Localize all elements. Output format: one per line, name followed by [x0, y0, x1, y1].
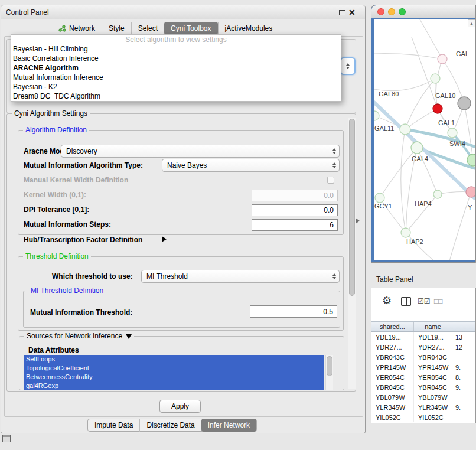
node-green-top[interactable]	[431, 74, 440, 83]
list-item[interactable]: gal4RGexp	[24, 381, 324, 390]
expand-right-icon[interactable]	[162, 236, 167, 242]
table-cell[interactable]	[452, 412, 475, 422]
network-edge[interactable]	[420, 19, 442, 59]
mi-steps-field[interactable]: 6	[252, 219, 338, 231]
node-swi4[interactable]	[467, 154, 475, 166]
minimize-traffic-light[interactable]	[388, 8, 395, 15]
aracne-mode-combo[interactable]: Discovery	[61, 145, 340, 158]
node-left[interactable]	[374, 111, 379, 120]
network-window-titlebar[interactable]	[371, 5, 475, 18]
show-columns-icon[interactable]	[401, 297, 411, 306]
network-edge[interactable]	[401, 129, 406, 233]
table-cell[interactable]: YBR045C	[414, 382, 452, 392]
table-cell[interactable]: 9.	[452, 402, 475, 412]
close-icon[interactable]: ✕	[348, 7, 356, 18]
select-all-columns-icon[interactable]: ☑☑	[418, 297, 431, 305]
apply-button[interactable]: Apply	[159, 400, 201, 413]
gear-icon[interactable]: ⚙	[382, 295, 392, 306]
manual-kernel-checkbox[interactable]	[327, 177, 334, 184]
table-row[interactable]: YIL052CYIL052C	[371, 412, 475, 422]
node-hap2[interactable]	[401, 228, 410, 237]
algorithm-item[interactable]: Basic Correlation Inference	[11, 54, 341, 63]
list-item[interactable]: BetweennessCentrality	[24, 373, 324, 381]
network-edge[interactable]	[374, 54, 442, 59]
network-canvas[interactable]: GALGAL80GAL10GAL11GAL1SWI4GAL4GCY1HAP4HA…	[374, 19, 475, 260]
table-cell[interactable]: YPR145W	[414, 362, 452, 372]
node-pink-top[interactable]	[438, 54, 447, 64]
tab-select[interactable]: Select	[131, 22, 164, 35]
tab-jactivemodules[interactable]: jActiveModules	[218, 22, 279, 35]
settings-scrollbar[interactable]	[348, 118, 356, 389]
table-row[interactable]: YDL19...YDL19...13	[371, 332, 475, 342]
table-row[interactable]: YER054CYER054C8.	[371, 372, 475, 382]
algorithm-item-selected[interactable]: ARACNE Algorithm	[11, 63, 341, 73]
node-gal10[interactable]	[433, 104, 442, 113]
deselect-all-columns-icon[interactable]: □□	[434, 297, 443, 305]
list-scrollbar[interactable]	[325, 355, 333, 390]
algorithm-item[interactable]: Dream8 DC_TDC Algorithm	[11, 92, 341, 101]
table-row[interactable]: YLR345WYLR345W9.	[371, 402, 475, 412]
algorithm-item[interactable]: Mutual Information Inference	[11, 73, 341, 82]
splitter-collapse-arrow[interactable]	[356, 218, 360, 224]
tab-cyni-toolbox[interactable]: Cyni Toolbox	[164, 22, 217, 35]
algorithm-item[interactable]: Bayesian - Hill Climbing	[11, 44, 341, 54]
table-cell[interactable]: YDR27...	[371, 342, 414, 352]
column-header[interactable]: shared...	[371, 322, 414, 331]
tab-style[interactable]: Style	[102, 22, 131, 35]
scrollbar-thumb[interactable]	[327, 356, 332, 376]
dpi-tolerance-field[interactable]: 0.0	[252, 204, 338, 216]
network-canvas-svg[interactable]: GALGAL80GAL10GAL11GAL1SWI4GAL4GCY1HAP4HA…	[374, 19, 475, 260]
table-cell[interactable]: YDL19...	[371, 332, 414, 342]
node-hap4[interactable]	[433, 190, 442, 198]
table-row[interactable]: YBR043CYBR043C	[371, 352, 475, 362]
table-cell[interactable]: YBL079W	[371, 392, 414, 402]
tab-network[interactable]: Network	[52, 22, 102, 35]
column-header[interactable]	[452, 322, 475, 331]
algorithm-combo-arrow-button[interactable]	[340, 57, 356, 75]
list-item[interactable]: TopologicalCoefficient	[24, 364, 324, 373]
node-gal11[interactable]	[400, 124, 410, 135]
table-cell[interactable]: YBL079W	[414, 392, 452, 402]
table-row[interactable]: YDR27...YDR27...12	[371, 342, 475, 352]
scrollbar-thumb[interactable]	[349, 119, 355, 296]
table-cell[interactable]: 13	[452, 332, 475, 342]
table-cell[interactable]	[452, 352, 475, 362]
table-cell[interactable]: YIL052C	[414, 412, 452, 422]
close-traffic-light[interactable]	[377, 8, 384, 15]
table-cell[interactable]: YLR345W	[414, 402, 452, 412]
table-row[interactable]: YPR145WYPR145W9.	[371, 362, 475, 372]
network-edge[interactable]	[374, 79, 435, 91]
network-edge[interactable]	[406, 233, 434, 260]
mi-threshold-field[interactable]: 0.5	[250, 305, 337, 318]
table-cell[interactable]: 8.	[452, 372, 475, 382]
list-item[interactable]: SelfLoops	[24, 355, 324, 364]
table-cell[interactable]: YLR345W	[371, 402, 414, 412]
table-cell[interactable]: YER054C	[414, 372, 452, 382]
network-edge[interactable]	[436, 59, 442, 109]
table-cell[interactable]: 9.	[452, 382, 475, 392]
tab-infer-network[interactable]: Infer Network	[201, 419, 256, 432]
hub-definition-label[interactable]: Hub/Transcription Factor Definition	[24, 236, 142, 244]
float-window-icon[interactable]	[339, 10, 345, 15]
minimized-panel-icon[interactable]	[2, 435, 11, 442]
algorithm-item[interactable]: Bayesian - K2	[11, 82, 341, 92]
table-row[interactable]: YBR045CYBR045C9.	[371, 382, 475, 392]
control-panel-titlebar[interactable]: Control Panel ✕	[1, 5, 365, 19]
table-cell[interactable]: YER054C	[371, 372, 414, 382]
algorithm-placeholder-item[interactable]: Select algorithm to view settings	[11, 35, 341, 44]
table-cell[interactable]: 12	[452, 342, 475, 352]
tab-discretize-data[interactable]: Discretize Data	[139, 419, 201, 432]
column-header[interactable]: name	[414, 322, 452, 331]
tab-impute-data[interactable]: Impute Data	[88, 419, 139, 432]
table-cell[interactable]: YDR27...	[414, 342, 452, 352]
network-edge[interactable]	[405, 109, 438, 129]
table-cell[interactable]: YBR043C	[414, 352, 452, 362]
sources-group-title[interactable]: Sources for Network Inference	[24, 332, 134, 341]
table-cell[interactable]: YBR043C	[371, 352, 414, 362]
node-gcy1[interactable]	[375, 193, 384, 203]
mi-type-combo[interactable]: Naive Bayes	[162, 159, 340, 172]
table-cell[interactable]: 9.	[452, 362, 475, 372]
node-gray[interactable]	[458, 97, 471, 110]
network-edge[interactable]	[412, 37, 438, 109]
kernel-width-field[interactable]: 0.0	[252, 190, 338, 201]
